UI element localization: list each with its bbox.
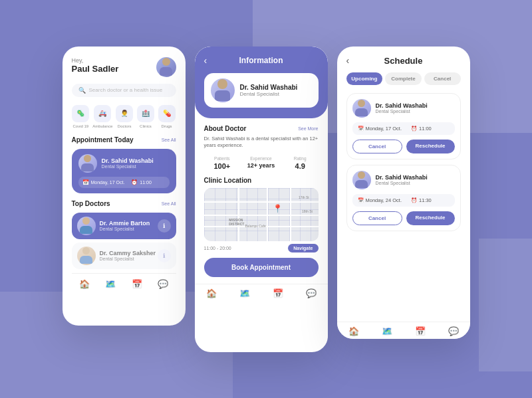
doctor-avatar-2 <box>77 247 96 265</box>
sched-doc-name-1: Dr. Sahid Washabi <box>376 102 428 109</box>
sched-doc-avatar-2 <box>352 171 371 189</box>
user-name: Paul Sadler <box>72 64 119 74</box>
stat-rating-value: 4.9 <box>282 162 319 170</box>
about-description: Dr. Sahid Washabi is a dental specialist… <box>204 136 319 149</box>
stat-patients: Patients 100+ <box>204 156 241 170</box>
road-h1 <box>204 201 319 203</box>
home-screen: Hey, Paul Sadler 🔍 Search doctor or a he… <box>63 47 186 326</box>
map-container[interactable]: 📍 MISSIONDISTRICT 17th St 18th St Balamp… <box>204 188 319 241</box>
category-clinics[interactable]: 🏥 Clinics <box>136 105 155 128</box>
ambulance-icon: 🚑 <box>94 105 111 122</box>
top-doctors-see-all[interactable]: See All <box>162 201 176 206</box>
sched-date-1: 📅 Monday, 17 Oct. <box>358 126 402 132</box>
reschedule-button-1[interactable]: Reschedule <box>406 140 455 153</box>
info-doc-img <box>211 78 235 102</box>
info-doctor-name: Dr. Sahid Washabi <box>240 84 298 91</box>
category-doctors[interactable]: 👨‍⚕️ Doctors <box>115 105 134 128</box>
sched-nav-chat-icon[interactable]: 💬 <box>448 326 459 336</box>
navigate-button[interactable]: Navigate <box>288 244 318 252</box>
about-title: About Doctor <box>204 125 247 132</box>
cancel-button-1[interactable]: Cancel <box>352 140 402 153</box>
schedule-back-button[interactable]: ‹ <box>346 55 350 66</box>
book-appointment-button[interactable]: Book Appointment <box>204 258 319 277</box>
doctor-list-item-1[interactable]: Dr. Ammie Barton Dental Specialist ℹ <box>72 213 176 239</box>
sched-date-text-2: Monday, 24 Oct. <box>366 197 402 203</box>
info-back-button[interactable]: ‹ <box>204 55 207 66</box>
info-nav-calendar-icon[interactable]: 📅 <box>273 288 283 298</box>
info-header: ‹ Information Dr. Sahid Washabi Dental S… <box>195 47 328 118</box>
greeting-block: Hey, Paul Sadler <box>72 57 119 74</box>
doctor-spec-1: Dental Specialist <box>100 227 150 231</box>
sched-doc-avatar-1 <box>352 99 371 118</box>
map-label-cafe: Balamps Cafe <box>245 224 265 228</box>
doctor-info-button-2[interactable]: ℹ <box>158 249 171 262</box>
doctor-list-item-2[interactable]: Dr. Cammy Saksher Dental Specialist ℹ <box>72 243 176 269</box>
category-ambulance[interactable]: 🚑 Ambulance <box>92 105 112 128</box>
home-header: Hey, Paul Sadler <box>72 57 176 77</box>
category-covid[interactable]: 🦠 Covid 19 <box>72 105 90 128</box>
appointment-title: Appointment Today <box>72 136 134 144</box>
clock-icon: ⏰ <box>131 179 138 185</box>
sched-doc-img-2 <box>352 171 371 189</box>
sched-nav-map-icon[interactable]: 🗺️ <box>382 326 392 336</box>
appointment-card[interactable]: Dr. Sahid Washabi Dental Specialist 📅 Mo… <box>72 149 176 193</box>
sched-nav-home-icon[interactable]: 🏠 <box>348 326 359 336</box>
covid-label: Covid 19 <box>73 124 89 128</box>
clinics-label: Clinics <box>140 124 152 128</box>
user-avatar[interactable] <box>156 57 176 77</box>
appointment-see-all[interactable]: See All <box>162 138 176 142</box>
cancel-button-2[interactable]: Cancel <box>352 211 402 225</box>
clinic-section: Clinic Location 📍 MISSIONDISTRICT 17th S… <box>204 177 319 252</box>
doctor-info-button-1[interactable]: ℹ <box>158 219 171 233</box>
info-doctor-avatar <box>211 78 235 102</box>
sched-doc-name-2: Dr. Sahid Washabi <box>376 174 428 181</box>
appt-avatar-img <box>78 154 97 173</box>
info-screen-title: Information <box>239 56 283 65</box>
sched-clock-icon-2: ⏰ <box>411 197 417 203</box>
appt-time-text: 11:00 <box>140 180 152 185</box>
tab-complete[interactable]: Complete <box>385 72 422 85</box>
stat-patients-value: 100+ <box>204 162 241 170</box>
nav-home-icon[interactable]: 🏠 <box>79 279 90 289</box>
sched-doc-spec-1: Dental Specialist <box>376 109 428 114</box>
info-nav-home-icon[interactable]: 🏠 <box>206 288 217 298</box>
sched-doc-spec-2: Dental Specialist <box>376 181 428 185</box>
info-doctor-card: Dr. Sahid Washabi Dental Specialist <box>204 73 319 108</box>
doctor-spec-2: Dental Specialist <box>100 256 156 261</box>
info-nav-map-icon[interactable]: 🗺️ <box>239 288 250 298</box>
nav-map-icon[interactable]: 🗺️ <box>105 279 116 289</box>
sched-time-1: ⏰ 11:00 <box>411 126 432 132</box>
schedule-screen: ‹ Schedule Upcoming Complete Cancel Dr. … <box>337 47 470 339</box>
reschedule-button-2[interactable]: Reschedule <box>406 211 455 225</box>
see-more-link[interactable]: See More <box>298 126 318 131</box>
top-doctors-header: Top Doctors See All <box>72 200 176 207</box>
search-bar[interactable]: 🔍 Search doctor or a health issue <box>72 84 176 97</box>
tab-cancel[interactable]: Cancel <box>424 72 461 85</box>
sched-nav-calendar-icon[interactable]: 📅 <box>415 326 426 336</box>
appointment-section-header: Appointment Today See All <box>72 136 176 144</box>
nav-calendar-icon[interactable]: 📅 <box>132 279 142 289</box>
sched-time-row-1: 📅 Monday, 17 Oct. ⏰ 11:00 <box>352 122 455 135</box>
sched-time-text-2: 11:30 <box>419 197 432 203</box>
category-drugs[interactable]: 💊 Drugs <box>158 105 176 128</box>
road-h2 <box>204 215 319 216</box>
information-screen: ‹ Information Dr. Sahid Washabi Dental S… <box>195 47 328 352</box>
map-footer: 11:00 - 20:00 Navigate <box>204 244 319 252</box>
drugs-label: Drugs <box>162 124 172 128</box>
sched-doc-info-2: Dr. Sahid Washabi Dental Specialist <box>376 174 428 185</box>
sched-doc-row-2: Dr. Sahid Washabi Dental Specialist <box>352 171 455 189</box>
sched-cal-icon-2: 📅 <box>358 197 364 203</box>
tab-upcoming[interactable]: Upcoming <box>346 72 383 85</box>
map-label-18th: 18th St <box>302 209 313 213</box>
stat-rating: Rating 4.9 <box>282 156 319 170</box>
map-label-17th: 17th St <box>299 195 309 199</box>
clinics-icon: 🏥 <box>137 105 154 122</box>
sched-doc-img-1 <box>352 99 371 118</box>
appointment-time-row: 📅 Monday, 17 Oct. ⏰ 11:00 <box>78 177 170 188</box>
info-nav-chat-icon[interactable]: 💬 <box>306 288 317 298</box>
road-v2 <box>267 188 268 241</box>
sched-time-2: ⏰ 11:30 <box>411 197 432 203</box>
category-grid: 🦠 Covid 19 🚑 Ambulance 👨‍⚕️ Doctors 🏥 Cl… <box>72 105 176 128</box>
nav-chat-icon[interactable]: 💬 <box>158 279 168 289</box>
home-bottom-nav: 🏠 🗺️ 📅 💬 <box>72 273 176 293</box>
